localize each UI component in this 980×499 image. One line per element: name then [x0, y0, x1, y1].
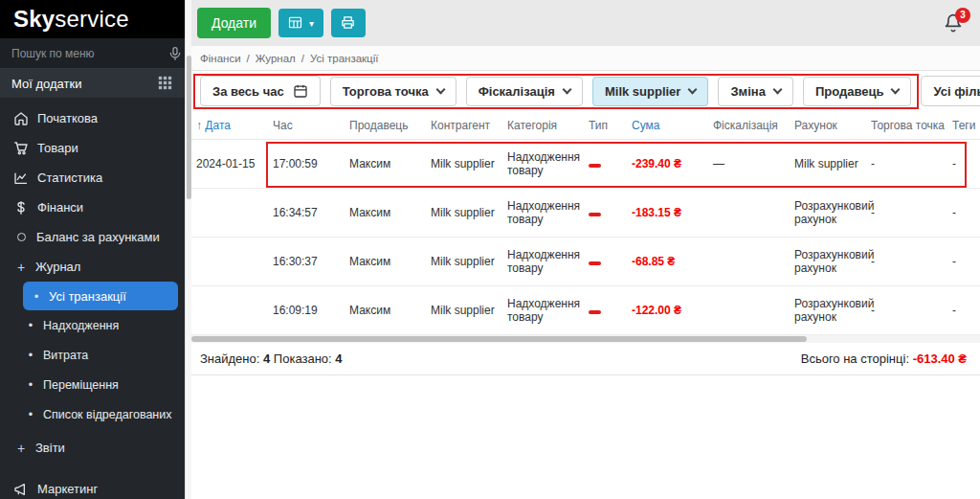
cell-counterparty: Milk supplier — [431, 206, 507, 219]
column-header-time[interactable]: Час — [273, 119, 349, 132]
chevron-down-icon — [562, 84, 571, 94]
apps-grid-icon[interactable] — [158, 76, 173, 91]
table-row[interactable]: 16:34:57 Максим Milk supplier Надходженн… — [191, 189, 980, 238]
sidebar-item-label: Витрата — [43, 349, 88, 362]
sidebar-item-label: Початкова — [37, 111, 98, 125]
results-count: Знайдено: 4 Показано: 4 — [200, 352, 343, 366]
all-filters-button[interactable]: Усі фільтри — [921, 76, 980, 106]
marketing-icon — [13, 482, 29, 497]
main-content: Додати ▾ — [191, 0, 980, 499]
export-button[interactable]: ▾ — [278, 9, 323, 37]
sidebar-item-transfer[interactable]: • Переміщення — [0, 370, 185, 399]
bullet-icon: • — [27, 349, 34, 362]
cell-seller: Максим — [349, 206, 431, 219]
add-button[interactable]: Додати — [197, 8, 271, 38]
filter-counterparty-milk-supplier[interactable]: Milk supplier — [592, 77, 708, 106]
sidebar-item-expense[interactable]: • Витрата — [0, 340, 185, 370]
column-header-counterparty[interactable]: Контрагент — [431, 119, 507, 132]
expense-type-icon — [589, 310, 601, 314]
breadcrumb-separator: / — [301, 53, 304, 64]
bullet-icon: • — [27, 319, 34, 332]
cell-account: Розрахунковий рахунок — [794, 248, 871, 275]
cell-sum: -239.40 ₴ — [632, 157, 713, 170]
table-row[interactable]: 16:09:19 Максим Milk supplier Надходженн… — [191, 286, 980, 335]
cell-tags: - — [952, 206, 980, 219]
my-apps-header[interactable]: Мої додатки — [0, 69, 185, 98]
print-button[interactable] — [331, 9, 366, 37]
sidebar-item-label: Усі транзакції — [49, 289, 126, 304]
page-total-value: -613.40 ₴ — [913, 352, 967, 366]
column-header-sum[interactable]: Сума — [632, 119, 713, 132]
cell-sum: -68.85 ₴ — [632, 255, 713, 268]
sidebar-item-incoming[interactable]: • Надходження — [0, 310, 185, 340]
expense-type-icon — [589, 261, 601, 265]
breadcrumb-all-transactions[interactable]: Усі транзакції — [310, 53, 378, 64]
chevron-down-icon — [435, 84, 445, 94]
filter-label: Фіскалізація — [479, 84, 555, 99]
sidebar-item-products[interactable]: Товари — [0, 133, 185, 163]
expense-type-icon — [589, 213, 601, 216]
sidebar: Skyservice Мої додатки — [0, 0, 185, 499]
sidebar-item-balance[interactable]: Баланс за рахунками — [0, 222, 185, 252]
cell-seller: Максим — [349, 255, 431, 268]
cell-shop: - — [871, 206, 952, 219]
column-header-seller[interactable]: Продавець — [349, 119, 431, 132]
breadcrumb-separator: / — [247, 53, 250, 64]
sidebar-item-edited-list[interactable]: • Список відредагованих — [0, 399, 185, 429]
notification-badge: 3 — [955, 8, 970, 23]
toolbar: Додати ▾ — [191, 0, 980, 46]
horizontal-scrollbar-thumb[interactable] — [191, 336, 807, 342]
filter-fiscalization[interactable]: Фіскалізація — [466, 77, 583, 106]
table-row[interactable]: 16:30:37 Максим Milk supplier Надходженн… — [191, 238, 980, 286]
sidebar-scrollbar[interactable] — [185, 0, 191, 499]
cart-icon — [13, 141, 29, 156]
filter-label: Продавець — [815, 84, 884, 99]
my-apps-label: Мої додатки — [11, 77, 81, 91]
expand-icon: + — [15, 441, 27, 456]
horizontal-scrollbar[interactable] — [191, 335, 980, 343]
sidebar-item-home[interactable]: Початкова — [0, 103, 185, 133]
circle-icon — [17, 233, 26, 241]
column-header-fiscalization[interactable]: Фіскалізація — [713, 119, 794, 132]
finance-icon — [13, 200, 29, 215]
sidebar-item-marketing[interactable]: Маркетинг — [0, 474, 185, 499]
sidebar-item-all-transactions[interactable]: • Усі транзакції — [23, 282, 178, 310]
cell-tags: - — [952, 157, 980, 170]
cell-time: 16:09:19 — [273, 304, 349, 317]
filter-shop[interactable]: Торгова точка — [330, 77, 457, 106]
filter-label: Торгова точка — [343, 84, 429, 99]
column-header-date[interactable]: ↑ Дата — [196, 119, 273, 132]
bullet-icon: • — [33, 289, 40, 304]
app-window: Skyservice Мої додатки — [0, 0, 980, 499]
microphone-icon[interactable] — [167, 46, 183, 61]
column-header-type[interactable]: Тип — [589, 119, 632, 132]
found-value: 4 — [263, 352, 270, 366]
column-header-account[interactable]: Рахунок — [794, 119, 871, 132]
sidebar-item-journal[interactable]: + Журнал — [0, 252, 185, 282]
cell-category: Надходження товару — [507, 248, 589, 275]
sidebar-item-reports[interactable]: + Звіти — [0, 433, 185, 463]
sidebar-item-stats[interactable]: Статистика — [0, 163, 185, 193]
filter-shift[interactable]: Зміна — [718, 77, 792, 106]
chart-icon — [13, 170, 29, 186]
sidebar-item-finance[interactable]: Фінанси — [0, 193, 185, 222]
breadcrumb-journal[interactable]: Журнал — [256, 53, 296, 64]
bullet-icon: • — [27, 378, 34, 392]
filter-label: Milk supplier — [605, 84, 680, 99]
sidebar-item-label: Звіти — [35, 441, 65, 455]
column-header-category[interactable]: Категорія — [507, 119, 589, 132]
filter-seller[interactable]: Продавець — [803, 77, 912, 106]
cell-account: Розрахунковий рахунок — [794, 199, 871, 226]
menu-search-input[interactable] — [10, 46, 162, 61]
printer-icon — [341, 15, 356, 31]
logo[interactable]: Skyservice — [0, 0, 185, 38]
filter-date-range[interactable]: За весь час — [200, 76, 321, 106]
page-total-label: Всього на сторінці: — [801, 352, 909, 366]
logo-text-light: service — [55, 6, 128, 33]
breadcrumb-finance[interactable]: Фінанси — [200, 53, 241, 64]
table-row[interactable]: 2024-01-15 17:00:59 Максим Milk supplier… — [191, 140, 980, 189]
cell-time: 16:30:37 — [273, 255, 349, 268]
notifications-button[interactable]: 3 — [944, 13, 963, 33]
column-header-shop[interactable]: Торгова точка — [871, 119, 952, 132]
column-header-tags[interactable]: Теги — [952, 119, 980, 132]
